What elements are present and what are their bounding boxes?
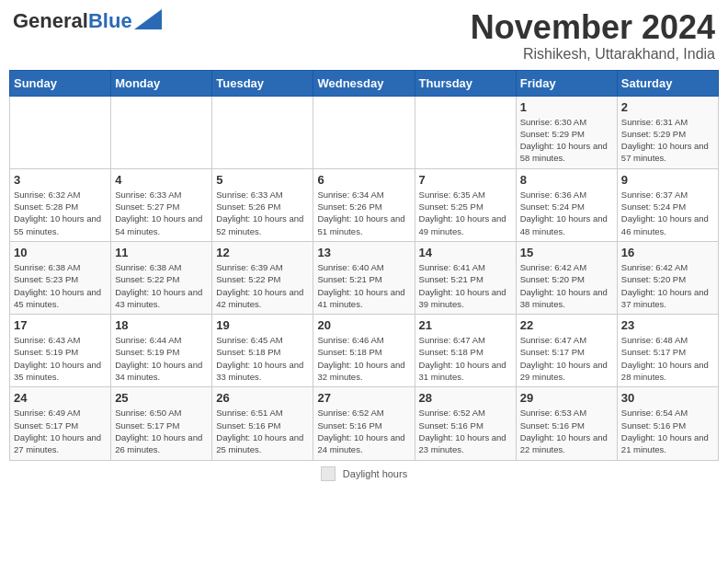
- day-number: 17: [14, 318, 107, 332]
- day-cell: 11Sunrise: 6:38 AM Sunset: 5:22 PM Dayli…: [111, 241, 212, 314]
- footer: Daylight hours: [9, 466, 719, 481]
- day-info: Sunrise: 6:43 AM Sunset: 5:19 PM Dayligh…: [14, 334, 107, 383]
- day-number: 3: [14, 173, 107, 187]
- day-info: Sunrise: 6:40 AM Sunset: 5:21 PM Dayligh…: [317, 261, 410, 310]
- day-number: 21: [419, 318, 512, 332]
- page-header: General Blue November 2024 Rishikesh, Ut…: [9, 9, 719, 63]
- day-info: Sunrise: 6:31 AM Sunset: 5:29 PM Dayligh…: [621, 116, 714, 165]
- week-row-2: 10Sunrise: 6:38 AM Sunset: 5:23 PM Dayli…: [10, 241, 719, 314]
- day-number: 15: [520, 246, 613, 259]
- day-info: Sunrise: 6:48 AM Sunset: 5:17 PM Dayligh…: [621, 334, 714, 383]
- day-number: 25: [115, 391, 208, 405]
- day-info: Sunrise: 6:49 AM Sunset: 5:17 PM Dayligh…: [14, 407, 107, 455]
- day-info: Sunrise: 6:46 AM Sunset: 5:18 PM Dayligh…: [317, 334, 410, 383]
- day-number: 13: [317, 246, 410, 259]
- day-cell: 21Sunrise: 6:47 AM Sunset: 5:18 PM Dayli…: [415, 315, 516, 387]
- week-row-4: 24Sunrise: 6:49 AM Sunset: 5:17 PM Dayli…: [10, 387, 719, 460]
- day-number: 2: [621, 100, 714, 114]
- day-info: Sunrise: 6:30 AM Sunset: 5:29 PM Dayligh…: [520, 116, 613, 165]
- weekday-saturday: Saturday: [617, 70, 718, 96]
- day-info: Sunrise: 6:42 AM Sunset: 5:20 PM Dayligh…: [520, 261, 613, 310]
- day-cell: 17Sunrise: 6:43 AM Sunset: 5:19 PM Dayli…: [10, 315, 111, 387]
- weekday-monday: Monday: [111, 70, 212, 96]
- day-info: Sunrise: 6:33 AM Sunset: 5:27 PM Dayligh…: [115, 189, 208, 237]
- day-info: Sunrise: 6:53 AM Sunset: 5:16 PM Dayligh…: [520, 407, 613, 455]
- day-info: Sunrise: 6:52 AM Sunset: 5:16 PM Dayligh…: [419, 407, 512, 455]
- day-number: 22: [520, 318, 613, 332]
- day-cell: 3Sunrise: 6:32 AM Sunset: 5:28 PM Daylig…: [10, 168, 111, 241]
- day-info: Sunrise: 6:36 AM Sunset: 5:24 PM Dayligh…: [520, 189, 613, 237]
- day-cell: 29Sunrise: 6:53 AM Sunset: 5:16 PM Dayli…: [516, 387, 617, 460]
- day-cell: 6Sunrise: 6:34 AM Sunset: 5:26 PM Daylig…: [313, 168, 415, 241]
- day-info: Sunrise: 6:41 AM Sunset: 5:21 PM Dayligh…: [419, 261, 512, 310]
- day-info: Sunrise: 6:32 AM Sunset: 5:28 PM Dayligh…: [14, 189, 107, 237]
- footer-box: [321, 466, 336, 481]
- day-info: Sunrise: 6:39 AM Sunset: 5:22 PM Dayligh…: [216, 261, 309, 310]
- calendar-table: SundayMondayTuesdayWednesdayThursdayFrid…: [9, 70, 719, 461]
- day-info: Sunrise: 6:33 AM Sunset: 5:26 PM Dayligh…: [216, 189, 309, 237]
- day-info: Sunrise: 6:52 AM Sunset: 5:16 PM Dayligh…: [317, 407, 410, 455]
- day-cell: 9Sunrise: 6:37 AM Sunset: 5:24 PM Daylig…: [617, 168, 718, 241]
- day-cell: 7Sunrise: 6:35 AM Sunset: 5:25 PM Daylig…: [415, 168, 516, 241]
- logo-blue: Blue: [88, 9, 132, 33]
- day-cell: 15Sunrise: 6:42 AM Sunset: 5:20 PM Dayli…: [516, 241, 617, 314]
- day-cell: 18Sunrise: 6:44 AM Sunset: 5:19 PM Dayli…: [111, 315, 212, 387]
- day-info: Sunrise: 6:44 AM Sunset: 5:19 PM Dayligh…: [115, 334, 208, 383]
- day-cell: 24Sunrise: 6:49 AM Sunset: 5:17 PM Dayli…: [10, 387, 111, 460]
- day-info: Sunrise: 6:37 AM Sunset: 5:24 PM Dayligh…: [621, 189, 714, 237]
- week-row-3: 17Sunrise: 6:43 AM Sunset: 5:19 PM Dayli…: [10, 315, 719, 387]
- logo-arrow-icon: [134, 9, 162, 29]
- day-cell: 22Sunrise: 6:47 AM Sunset: 5:17 PM Dayli…: [516, 315, 617, 387]
- day-number: 1: [520, 100, 613, 114]
- day-cell: 4Sunrise: 6:33 AM Sunset: 5:27 PM Daylig…: [111, 168, 212, 241]
- day-number: 5: [216, 173, 309, 187]
- weekday-tuesday: Tuesday: [212, 70, 313, 96]
- day-number: 26: [216, 391, 309, 405]
- day-number: 8: [520, 173, 613, 187]
- day-number: 9: [621, 173, 714, 187]
- day-cell: 26Sunrise: 6:51 AM Sunset: 5:16 PM Dayli…: [212, 387, 313, 460]
- day-info: Sunrise: 6:51 AM Sunset: 5:16 PM Dayligh…: [216, 407, 309, 455]
- day-number: 18: [115, 318, 208, 332]
- logo-general: General: [13, 9, 88, 33]
- footer-label: Daylight hours: [343, 468, 407, 479]
- day-cell: 13Sunrise: 6:40 AM Sunset: 5:21 PM Dayli…: [313, 241, 415, 314]
- day-number: 28: [419, 391, 512, 405]
- day-number: 16: [621, 246, 714, 259]
- day-number: 7: [419, 173, 512, 187]
- day-info: Sunrise: 6:54 AM Sunset: 5:16 PM Dayligh…: [621, 407, 714, 455]
- day-number: 14: [419, 246, 512, 259]
- weekday-wednesday: Wednesday: [313, 70, 415, 96]
- day-cell: 28Sunrise: 6:52 AM Sunset: 5:16 PM Dayli…: [415, 387, 516, 460]
- day-number: 11: [115, 246, 208, 259]
- day-cell: 5Sunrise: 6:33 AM Sunset: 5:26 PM Daylig…: [212, 168, 313, 241]
- day-cell: 16Sunrise: 6:42 AM Sunset: 5:20 PM Dayli…: [617, 241, 718, 314]
- day-cell: 19Sunrise: 6:45 AM Sunset: 5:18 PM Dayli…: [212, 315, 313, 387]
- day-cell: 30Sunrise: 6:54 AM Sunset: 5:16 PM Dayli…: [617, 387, 718, 460]
- day-info: Sunrise: 6:50 AM Sunset: 5:17 PM Dayligh…: [115, 407, 208, 455]
- month-title: November 2024: [471, 9, 715, 46]
- svg-marker-0: [134, 9, 162, 29]
- day-cell: 2Sunrise: 6:31 AM Sunset: 5:29 PM Daylig…: [617, 96, 718, 168]
- day-number: 24: [14, 391, 107, 405]
- day-info: Sunrise: 6:34 AM Sunset: 5:26 PM Dayligh…: [317, 189, 410, 237]
- day-number: 29: [520, 391, 613, 405]
- title-block: November 2024 Rishikesh, Uttarakhand, In…: [471, 9, 715, 63]
- day-info: Sunrise: 6:38 AM Sunset: 5:23 PM Dayligh…: [14, 261, 107, 310]
- day-cell: 8Sunrise: 6:36 AM Sunset: 5:24 PM Daylig…: [516, 168, 617, 241]
- day-info: Sunrise: 6:38 AM Sunset: 5:22 PM Dayligh…: [115, 261, 208, 310]
- weekday-sunday: Sunday: [10, 70, 111, 96]
- day-number: 30: [621, 391, 714, 405]
- week-row-0: 1Sunrise: 6:30 AM Sunset: 5:29 PM Daylig…: [10, 96, 719, 168]
- day-cell: [415, 96, 516, 168]
- day-info: Sunrise: 6:47 AM Sunset: 5:17 PM Dayligh…: [520, 334, 613, 383]
- day-number: 19: [216, 318, 309, 332]
- logo: General Blue: [13, 9, 162, 33]
- day-info: Sunrise: 6:42 AM Sunset: 5:20 PM Dayligh…: [621, 261, 714, 310]
- day-cell: 25Sunrise: 6:50 AM Sunset: 5:17 PM Dayli…: [111, 387, 212, 460]
- day-cell: [212, 96, 313, 168]
- day-info: Sunrise: 6:45 AM Sunset: 5:18 PM Dayligh…: [216, 334, 309, 383]
- day-cell: 23Sunrise: 6:48 AM Sunset: 5:17 PM Dayli…: [617, 315, 718, 387]
- day-cell: [111, 96, 212, 168]
- day-number: 10: [14, 246, 107, 259]
